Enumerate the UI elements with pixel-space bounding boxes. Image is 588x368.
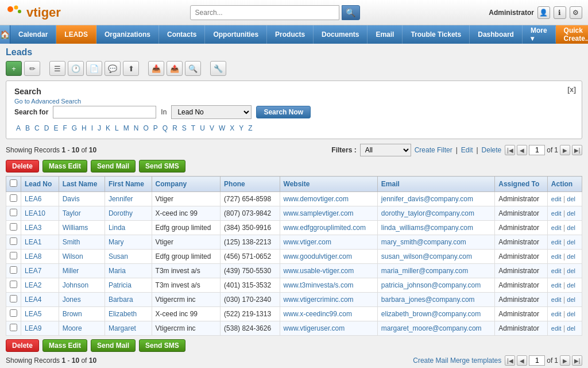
last-name-link[interactable]: Jones <box>63 296 81 304</box>
row-del-link[interactable]: del <box>567 310 575 317</box>
page-first-button[interactable]: |◀ <box>505 145 515 155</box>
alpha-U[interactable]: U <box>198 124 207 133</box>
first-name-link[interactable]: Susan <box>109 252 128 260</box>
comments-button[interactable]: 💬 <box>105 61 121 76</box>
alpha-E[interactable]: E <box>52 124 60 133</box>
row-checkbox-cell[interactable] <box>6 264 21 278</box>
select-all-header[interactable] <box>6 177 21 192</box>
row-del-link[interactable]: del <box>567 325 575 332</box>
alpha-Y[interactable]: Y <box>237 124 245 133</box>
row-edit-link[interactable]: edit <box>551 239 562 246</box>
global-search-button[interactable]: 🔍 <box>342 5 360 20</box>
email-link[interactable]: patricia_johnson@company.com <box>381 281 481 289</box>
send-mail-button-bottom[interactable]: Send Mail <box>91 339 136 352</box>
last-name-link[interactable]: Davis <box>63 195 80 203</box>
row-checkbox-cell[interactable] <box>6 293 21 307</box>
select-all-checkbox[interactable] <box>10 179 17 187</box>
search-close-button[interactable]: [x] <box>567 86 576 94</box>
advanced-search-link[interactable]: Go to Advanced Search <box>14 98 81 105</box>
row-del-link[interactable]: del <box>567 267 575 274</box>
nav-item-leads[interactable]: LEADS <box>56 25 96 44</box>
edit-lead-button[interactable]: ✏ <box>24 61 40 76</box>
alpha-C[interactable]: C <box>33 124 41 133</box>
row-edit-link[interactable]: edit <box>551 253 562 260</box>
row-checkbox[interactable] <box>10 309 17 317</box>
page-last-button[interactable]: ▶| <box>572 145 582 155</box>
alpha-O[interactable]: O <box>141 124 150 133</box>
first-name-link[interactable]: Maria <box>109 267 126 275</box>
row-del-link[interactable]: del <box>567 296 575 303</box>
lead-no-link[interactable]: LEA3 <box>25 224 41 232</box>
last-name-link[interactable]: Taylor <box>63 209 81 217</box>
row-checkbox[interactable] <box>10 194 17 202</box>
alpha-P[interactable]: P <box>152 124 160 133</box>
row-edit-link[interactable]: edit <box>551 224 562 231</box>
search-now-button[interactable]: Search Now <box>256 106 311 118</box>
email-link[interactable]: susan_wilson@company.com <box>381 252 472 260</box>
alpha-J[interactable]: J <box>96 124 103 133</box>
page-prev-button-bottom[interactable]: ◀ <box>517 355 527 366</box>
website-link[interactable]: www.vtigeruser.com <box>284 324 345 332</box>
alpha-A[interactable]: A <box>14 124 22 133</box>
row-checkbox-cell[interactable] <box>6 278 21 293</box>
global-search-input[interactable] <box>190 5 339 20</box>
row-del-link[interactable]: del <box>567 253 575 260</box>
website-link[interactable]: www.vtiger.com <box>284 238 331 246</box>
row-del-link[interactable]: del <box>567 224 575 231</box>
row-checkbox-cell[interactable] <box>6 192 21 206</box>
list-view-button[interactable]: ☰ <box>49 61 65 76</box>
lead-no-link[interactable]: LEA9 <box>25 324 41 332</box>
website-link[interactable]: www.edfggrouplimited.com <box>284 224 366 232</box>
settings-button[interactable]: 🔧 <box>210 61 226 76</box>
filter-select[interactable]: All Mine My Groups <box>360 144 411 156</box>
page-number-input-bottom[interactable] <box>529 355 545 366</box>
row-checkbox[interactable] <box>10 295 17 302</box>
first-name-link[interactable]: Jennifer <box>109 195 133 203</box>
lead-no-link[interactable]: LEA7 <box>25 267 41 275</box>
page-prev-button[interactable]: ◀ <box>517 145 527 155</box>
send-sms-button-bottom[interactable]: Send SMS <box>139 339 185 352</box>
row-checkbox[interactable] <box>10 223 17 231</box>
alpha-F[interactable]: F <box>61 124 68 133</box>
nav-more-button[interactable]: More ▾ <box>523 26 556 43</box>
last-name-link[interactable]: Miller <box>63 267 79 275</box>
lead-no-link[interactable]: LEA8 <box>25 252 41 260</box>
row-checkbox-cell[interactable] <box>6 321 21 336</box>
row-checkbox[interactable] <box>10 209 17 216</box>
page-last-button-bottom[interactable]: ▶| <box>572 355 582 366</box>
first-name-link[interactable]: Dorothy <box>109 209 133 217</box>
row-edit-link[interactable]: edit <box>551 282 562 289</box>
first-name-link[interactable]: Barbara <box>109 296 133 304</box>
alpha-I[interactable]: I <box>90 124 95 133</box>
alpha-X[interactable]: X <box>228 124 236 133</box>
email-link[interactable]: maria_miller@company.com <box>381 267 468 275</box>
nav-item-contacts[interactable]: Contacts <box>159 25 205 44</box>
summary-button[interactable]: 📄 <box>86 61 102 76</box>
quick-create-button[interactable]: Quick Create... <box>556 25 588 44</box>
alpha-S[interactable]: S <box>180 124 188 133</box>
alpha-B[interactable]: B <box>24 124 32 133</box>
email-link[interactable]: mary_smith@company.com <box>381 238 466 246</box>
nav-item-organizations[interactable]: Organizations <box>96 25 159 44</box>
row-checkbox[interactable] <box>10 324 17 331</box>
lead-no-link[interactable]: LEA4 <box>25 296 41 304</box>
website-link[interactable]: www.x-ceedinc99.com <box>284 310 352 318</box>
send-mail-button-top[interactable]: Send Mail <box>91 160 136 172</box>
last-name-link[interactable]: Wilson <box>63 252 83 260</box>
row-edit-link[interactable]: edit <box>551 325 562 332</box>
search-button[interactable]: 🔍 <box>185 61 201 76</box>
nav-item-trouble-tickets[interactable]: Trouble Tickets <box>403 25 470 44</box>
page-next-button[interactable]: ▶ <box>560 145 570 155</box>
alpha-T[interactable]: T <box>189 124 197 133</box>
row-checkbox[interactable] <box>10 266 17 274</box>
user-profile-icon[interactable]: 👤 <box>537 6 550 19</box>
create-filter-link[interactable]: Create Filter <box>415 146 452 154</box>
alpha-R[interactable]: R <box>171 124 179 133</box>
import-button[interactable]: ⬆ <box>123 61 139 76</box>
delete-button-top[interactable]: Delete <box>6 160 39 172</box>
alpha-Q[interactable]: Q <box>161 124 169 133</box>
row-edit-link[interactable]: edit <box>551 267 562 274</box>
nav-item-products[interactable]: Products <box>267 25 314 44</box>
row-edit-link[interactable]: edit <box>551 296 562 303</box>
history-button[interactable]: 🕐 <box>68 61 84 76</box>
